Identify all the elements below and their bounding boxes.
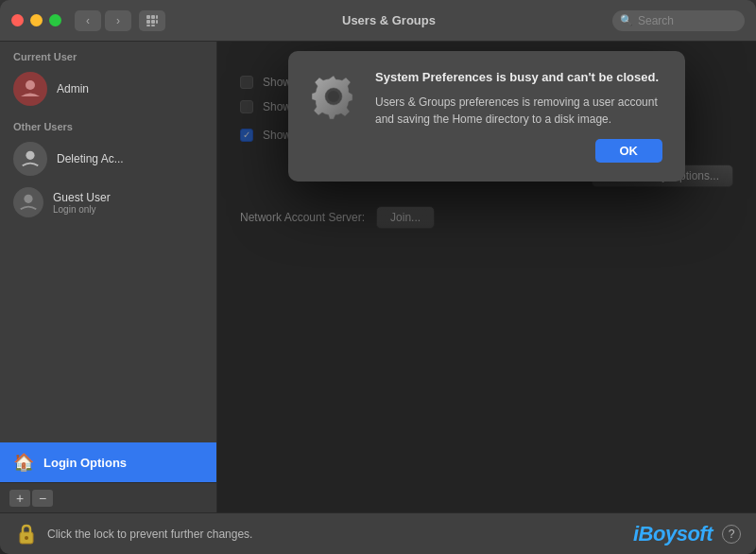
bottom-bar: Click the lock to prevent further change…	[0, 512, 756, 554]
svg-point-10	[24, 195, 32, 203]
svg-point-12	[328, 91, 339, 102]
sidebar: Current User Admin Other Users Deleting …	[0, 42, 217, 512]
iboysoft-logo: iBoysoft	[633, 522, 713, 546]
back-button[interactable]: ‹	[75, 10, 101, 31]
minimize-button[interactable]	[30, 14, 43, 26]
search-input[interactable]	[638, 14, 737, 27]
help-button[interactable]: ?	[722, 525, 741, 544]
dialog-icon	[307, 70, 360, 123]
dialog: System Preferences is busy and can't be …	[288, 51, 685, 182]
content-area: Current User Admin Other Users Deleting …	[0, 42, 756, 512]
dialog-title: System Preferences is busy and can't be …	[375, 70, 662, 86]
sidebar-bottom-bar: + −	[0, 482, 216, 512]
svg-rect-3	[146, 20, 150, 24]
dialog-message: Users & Groups preferences is removing a…	[375, 94, 662, 128]
guest-user-role: Login only	[53, 204, 203, 215]
svg-rect-5	[156, 20, 158, 24]
forward-button[interactable]: ›	[105, 10, 131, 31]
current-user-label: Current User	[0, 42, 216, 66]
house-icon: 🏠	[13, 452, 34, 473]
user-name: Admin	[57, 82, 203, 95]
main-panel: Show Input menu in login window Show pas…	[217, 42, 756, 512]
guest-user-item[interactable]: Guest User Login only	[0, 182, 216, 223]
search-bar[interactable]: 🔍	[612, 10, 745, 31]
ok-button[interactable]: OK	[595, 139, 663, 163]
dialog-content: System Preferences is busy and can't be …	[375, 70, 662, 128]
maximize-button[interactable]	[49, 14, 61, 26]
other-users-label: Other Users	[0, 112, 216, 136]
deleting-user-name: Deleting Ac...	[57, 152, 203, 165]
svg-rect-4	[151, 20, 155, 24]
lock-icon[interactable]	[15, 523, 38, 545]
dialog-top: System Preferences is busy and can't be …	[307, 70, 662, 128]
user-info: Admin	[57, 82, 203, 95]
user-info: Guest User Login only	[53, 191, 203, 215]
svg-rect-1	[151, 15, 155, 19]
deleting-user-item[interactable]: Deleting Ac...	[0, 136, 216, 182]
avatar	[13, 72, 47, 106]
titlebar: ‹ › Users & Groups 🔍	[0, 0, 756, 42]
window-title: Users & Groups	[165, 13, 612, 27]
dialog-overlay: System Preferences is busy and can't be …	[217, 42, 756, 512]
remove-user-button[interactable]: −	[32, 490, 53, 507]
svg-rect-7	[151, 25, 155, 26]
user-info: Deleting Ac...	[57, 152, 203, 165]
svg-rect-6	[146, 25, 150, 26]
lock-instruction-text: Click the lock to prevent further change…	[47, 528, 624, 541]
svg-point-9	[26, 151, 34, 160]
svg-point-14	[25, 536, 28, 540]
guest-user-name: Guest User	[53, 191, 203, 204]
login-options-label: Login Options	[43, 456, 127, 470]
add-user-button[interactable]: +	[9, 490, 30, 507]
current-user-item[interactable]: Admin	[0, 66, 216, 112]
svg-point-8	[26, 80, 35, 90]
avatar	[13, 187, 43, 217]
dialog-footer: OK	[307, 139, 662, 163]
grid-button[interactable]	[139, 10, 165, 31]
svg-rect-0	[146, 15, 150, 19]
main-window: ‹ › Users & Groups 🔍 Current User	[0, 0, 756, 554]
avatar	[13, 142, 47, 176]
search-icon: 🔍	[620, 14, 633, 26]
close-button[interactable]	[11, 14, 24, 26]
svg-rect-2	[156, 15, 158, 19]
nav-buttons: ‹ ›	[75, 10, 131, 31]
traffic-lights	[11, 14, 61, 26]
login-options-item[interactable]: 🏠 Login Options	[0, 442, 216, 482]
